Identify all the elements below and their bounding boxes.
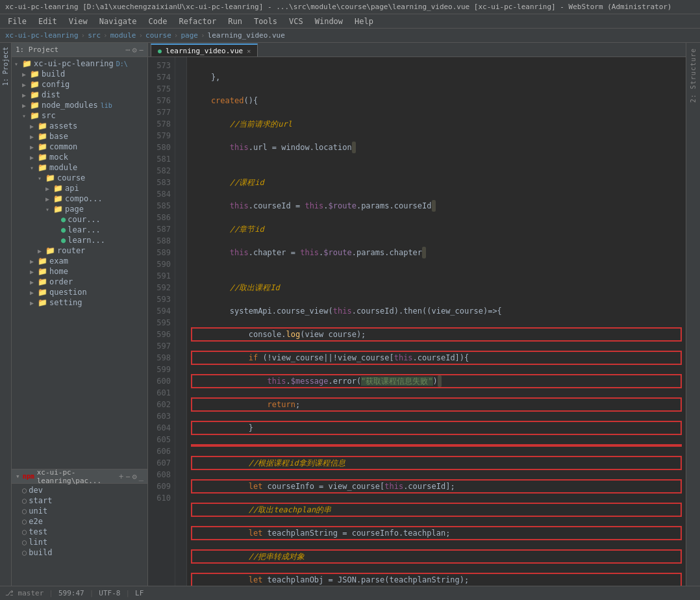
tree-item-page[interactable]: ▾ 📁 page [12, 204, 147, 214]
tree-item-question[interactable]: ▶ 📁 question [12, 287, 147, 297]
ln-597: 597 [151, 340, 171, 352]
ln-605: 605 [151, 434, 171, 445]
status-sep3: | [125, 589, 130, 597]
vue-tab-icon: ● [158, 47, 162, 55]
folder-icon: 📁 [38, 256, 47, 266]
npm-panel-title: xc-ui-pc-leanring\pac... [37, 469, 119, 485]
tree-item-components[interactable]: ▶ 📁 compo... [12, 194, 147, 204]
menu-view[interactable]: View [64, 16, 93, 27]
tree-root-item[interactable]: ▾ 📁 xc-ui-pc-leanring D:\ [12, 58, 147, 69]
tree-item-config[interactable]: ▶ 📁 config [12, 79, 147, 90]
structure-label[interactable]: 2: Structure [690, 48, 697, 103]
tab-close-btn[interactable]: ✕ [247, 47, 251, 55]
npm-add-btn[interactable]: + [119, 472, 123, 481]
panel-toolbar-minus[interactable]: − [139, 45, 144, 55]
tree-item-build[interactable]: ▶ 📁 build [12, 69, 147, 79]
project-and-npm: 1: Project ⋯ ⚙ − ▾ 📁 xc-ui-pc-leanring [12, 43, 148, 586]
panel-toolbar-dots[interactable]: ⋯ [125, 45, 130, 55]
project-panel-header: 1: Project ⋯ ⚙ − [12, 43, 147, 57]
menu-tools[interactable]: Tools [249, 16, 282, 27]
tree-item-assets[interactable]: ▶ 📁 assets [12, 121, 147, 131]
gutter-col [175, 57, 187, 586]
npm-script-lint[interactable]: ○ lint [12, 537, 147, 547]
menu-vcs[interactable]: VCS [284, 16, 308, 27]
tree-item-setting[interactable]: ▶ 📁 setting [12, 297, 147, 308]
tree-item-exam[interactable]: ▶ 📁 exam [12, 256, 147, 266]
ln-587: 587 [151, 223, 171, 235]
menu-edit[interactable]: Edit [33, 16, 62, 27]
bc-course[interactable]: course [145, 31, 171, 40]
code-editor[interactable]: 573 574 575 576 577 578 579 580 581 582 … [148, 57, 686, 586]
menu-help[interactable]: Help [349, 16, 379, 27]
status-sep2: | [90, 589, 94, 597]
nav-project[interactable]: 1: Project [1, 43, 10, 90]
editor-tab-learning-video[interactable]: ● learning_video.vue ✕ [151, 44, 258, 56]
ln-582: 582 [151, 165, 171, 177]
folder-icon: 📁 [38, 298, 47, 307]
folder-icon: 📁 [45, 173, 55, 182]
bc-page[interactable]: page [181, 31, 198, 40]
npm-script-e2e[interactable]: ○ e2e [12, 516, 147, 527]
vue-file-icon: ● [61, 225, 66, 234]
tree-item-course[interactable]: ▾ 📁 course [12, 173, 147, 183]
ln-606: 606 [151, 445, 171, 457]
tree-item-file-course[interactable]: ▶ ● cour... [12, 214, 147, 225]
code-583: //取出课程Id [192, 282, 681, 294]
ln-579: 579 [151, 130, 171, 142]
tree-item-module[interactable]: ▾ 📁 module [12, 162, 147, 173]
bc-file[interactable]: learning_video.vue [208, 31, 285, 40]
menu-bar: File Edit View Navigate Code Refactor Ru… [0, 14, 700, 29]
ln-591: 591 [151, 270, 171, 282]
code-584: systemApi.course_view(this.courseId).the… [192, 305, 681, 317]
tree-item-home[interactable]: ▶ 📁 home [12, 266, 147, 277]
menu-navigate[interactable]: Navigate [94, 16, 142, 27]
tree-item-order[interactable]: ▶ 📁 order [12, 277, 147, 287]
folder-icon: 📁 [38, 288, 47, 297]
tree-item-mock[interactable]: ▶ 📁 mock [12, 152, 147, 162]
npm-minus-btn[interactable]: − [125, 472, 130, 481]
code-text-col[interactable]: }, created(){ //当前请求的url this.url = wind… [187, 57, 686, 586]
project-icon: 📁 [22, 59, 32, 68]
menu-code[interactable]: Code [144, 16, 173, 27]
tree-item-file-learning-video[interactable]: ▶ ● learn... [12, 235, 147, 245]
npm-script-start[interactable]: ○ start [12, 495, 147, 506]
ln-585: 585 [151, 200, 171, 212]
tree-item-router[interactable]: ▶ 📁 router [12, 245, 147, 256]
npm-expand-icon[interactable]: ▾ [16, 472, 20, 481]
project-panel-title: 1: Project [16, 45, 58, 54]
bc-project[interactable]: xc-ui-pc-leanring [5, 31, 79, 40]
tree-item-file-learning[interactable]: ▶ ● lear... [12, 225, 147, 235]
folder-icon: 📁 [38, 121, 47, 131]
status-line-col: 599:47 [58, 589, 84, 597]
bc-src[interactable]: src [88, 31, 101, 40]
tree-item-dist[interactable]: ▶ 📁 dist [12, 90, 147, 100]
ln-586: 586 [151, 212, 171, 223]
panel-toolbar-settings[interactable]: ⚙ [132, 45, 137, 55]
npm-settings-btn[interactable]: ⚙ [132, 472, 137, 481]
npm-minimize-btn[interactable]: _ [139, 472, 144, 481]
menu-run[interactable]: Run [223, 16, 247, 27]
tree-item-api[interactable]: ▶ 📁 api [12, 183, 147, 194]
code-588: return; [192, 399, 681, 410]
npm-script-dev[interactable]: ○ dev [12, 485, 147, 495]
npm-script-test[interactable]: ○ test [12, 527, 147, 537]
npm-script-build[interactable]: ○ build [12, 547, 147, 558]
folder-icon: 📁 [30, 90, 40, 99]
bc-module[interactable]: module [110, 31, 136, 40]
tree-item-common[interactable]: ▶ 📁 common [12, 142, 147, 152]
folder-icon: 📁 [45, 246, 55, 255]
code-591: //根据课程id拿到课程信息 [192, 457, 681, 469]
status-encoding: UTF-8 [99, 589, 120, 597]
tree-item-base[interactable]: ▶ 📁 base [12, 131, 147, 142]
menu-window[interactable]: Window [310, 16, 348, 27]
tree-extra-root: D:\ [116, 60, 128, 68]
panel-toolbar: ⋯ ⚙ − [125, 45, 144, 55]
tree-item-nodemodules[interactable]: ▶ 📁 node_modules lib [12, 100, 147, 110]
menu-refactor[interactable]: Refactor [173, 16, 221, 27]
npm-script-unit[interactable]: ○ unit [12, 506, 147, 516]
tree-item-src[interactable]: ▾ 📁 src [12, 110, 147, 121]
menu-file[interactable]: File [3, 16, 32, 27]
ln-600: 600 [151, 375, 171, 387]
code-587: this.$message.error("获取课程信息失败") [192, 375, 681, 387]
code-575: //当前请求的url [192, 118, 681, 130]
